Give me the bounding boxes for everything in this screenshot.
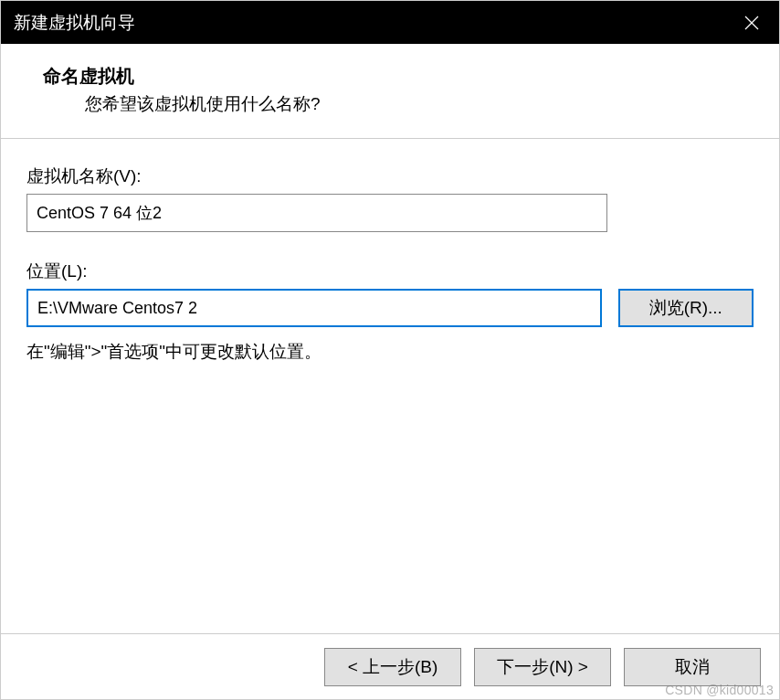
wizard-heading: 命名虚拟机 bbox=[1, 64, 779, 89]
vmname-label: 虚拟机名称(V): bbox=[26, 164, 754, 188]
vmname-input[interactable] bbox=[26, 194, 607, 232]
wizard-subtext: 您希望该虚拟机使用什么名称? bbox=[1, 92, 779, 116]
cancel-button[interactable]: 取消 bbox=[624, 648, 761, 686]
close-icon bbox=[743, 15, 760, 31]
wizard-header: 命名虚拟机 您希望该虚拟机使用什么名称? bbox=[1, 44, 779, 139]
location-input[interactable] bbox=[26, 289, 602, 327]
edit-preferences-hint: 在"编辑">"首选项"中可更改默认位置。 bbox=[26, 340, 754, 364]
titlebar: 新建虚拟机向导 bbox=[1, 1, 779, 44]
wizard-footer: < 上一步(B) 下一步(N) > 取消 CSDN @kid00013 bbox=[1, 633, 779, 699]
next-button[interactable]: 下一步(N) > bbox=[474, 648, 611, 686]
wizard-window: 新建虚拟机向导 命名虚拟机 您希望该虚拟机使用什么名称? 虚拟机名称(V): 位… bbox=[0, 0, 780, 700]
location-row: 浏览(R)... bbox=[26, 289, 754, 327]
back-button[interactable]: < 上一步(B) bbox=[324, 648, 461, 686]
location-label: 位置(L): bbox=[26, 260, 754, 283]
wizard-content: 虚拟机名称(V): 位置(L): 浏览(R)... 在"编辑">"首选项"中可更… bbox=[1, 139, 779, 633]
close-button[interactable] bbox=[724, 1, 779, 44]
window-title: 新建虚拟机向导 bbox=[14, 11, 135, 35]
browse-button[interactable]: 浏览(R)... bbox=[618, 289, 754, 327]
